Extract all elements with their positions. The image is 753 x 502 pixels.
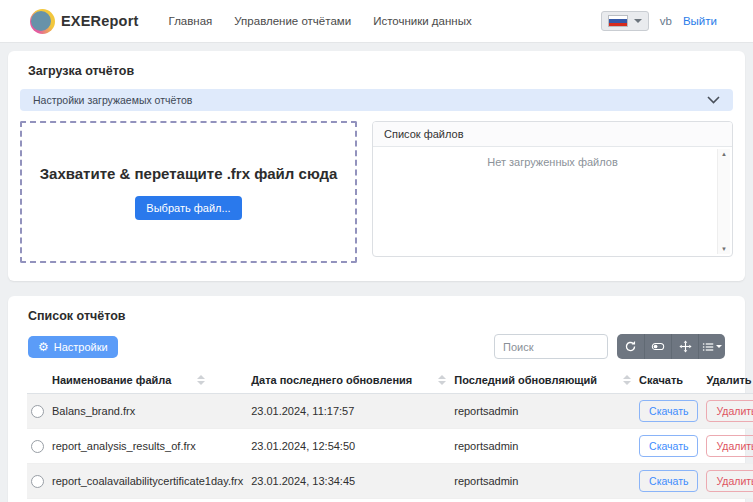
row-updated: 23.01.2024, 13:34:45 xyxy=(247,464,450,499)
row-updated: 23.01.2024, 12:54:50 xyxy=(247,429,450,464)
dropzone-text: Захватите & перетащите .frx файл сюда xyxy=(40,165,338,182)
row-filename: report_coalavailabilitycertificate.frx xyxy=(48,499,247,502)
gear-icon: ⚙ xyxy=(38,341,49,353)
refresh-icon[interactable] xyxy=(617,334,644,359)
reports-table-body: Balans_brand.frx 23.01.2024, 11:17:57 re… xyxy=(27,394,753,502)
table-controls-group xyxy=(617,334,725,359)
row-updated-by: reportsadmin xyxy=(450,464,635,499)
upload-section: Загрузка отчётов Настройки загружаемых о… xyxy=(8,51,745,281)
reports-section: Список отчётов ⚙ Настройки xyxy=(8,296,745,502)
download-button[interactable]: Скачать xyxy=(639,470,698,492)
logout-link[interactable]: Выйти xyxy=(683,15,717,27)
col-download: Скачать xyxy=(635,368,702,394)
frx-dropzone[interactable]: Захватите & перетащите .frx файл сюда Вы… xyxy=(20,121,357,263)
settings-button[interactable]: ⚙ Настройки xyxy=(28,336,118,358)
download-button[interactable]: Скачать xyxy=(639,435,698,457)
chevron-down-icon xyxy=(634,19,642,23)
row-radio[interactable] xyxy=(31,405,44,418)
col-updated[interactable]: Дата последнего обновления xyxy=(247,368,450,394)
main-nav: Главная Управление отчётами Источники да… xyxy=(169,15,472,27)
download-button[interactable]: Скачать xyxy=(639,400,698,422)
chevron-down-icon xyxy=(707,96,720,104)
row-updated-by: reportsadmin xyxy=(450,394,635,429)
file-list-title: Список файлов xyxy=(373,122,732,147)
col-updated-by[interactable]: Последний обновляющий xyxy=(450,368,635,394)
reports-table: Наименование файла Дата последнего обнов… xyxy=(27,368,753,502)
app-logo-icon xyxy=(30,9,55,34)
upload-settings-accordion[interactable]: Настройки загружаемых отчётов xyxy=(20,89,733,111)
reports-section-title: Список отчётов xyxy=(28,309,725,323)
table-row: report_analysis_results_of.frx 23.01.202… xyxy=(27,429,753,464)
toggle-view-icon[interactable] xyxy=(644,334,671,359)
username-label: vb xyxy=(660,15,672,27)
choose-file-button[interactable]: Выбрать файл... xyxy=(135,196,241,220)
row-filename: Balans_brand.frx xyxy=(48,394,247,429)
upload-row: Захватите & перетащите .frx файл сюда Вы… xyxy=(20,121,733,263)
sort-icon xyxy=(623,375,631,385)
row-radio[interactable] xyxy=(31,440,44,453)
table-row: Balans_brand.frx 23.01.2024, 11:17:57 re… xyxy=(27,394,753,429)
brand[interactable]: EXEReport xyxy=(30,9,139,34)
row-radio[interactable] xyxy=(31,475,44,488)
row-updated: 23.01.2024, 11:17:57 xyxy=(247,394,450,429)
file-list-scrollbar[interactable]: ▲ ▼ xyxy=(717,149,730,254)
fullscreen-icon[interactable] xyxy=(671,334,698,359)
row-filename: report_coalavailabilitycertificate1day.f… xyxy=(48,464,247,499)
row-updated: 23.01.2024, 16:49:16 xyxy=(247,499,450,502)
nav-item-report-management[interactable]: Управление отчётами xyxy=(234,15,351,27)
scroll-down-icon[interactable]: ▼ xyxy=(721,246,727,252)
nav-item-data-sources[interactable]: Источники данных xyxy=(373,15,472,27)
brand-name: EXEReport xyxy=(61,13,139,29)
file-list-panel: Список файлов Нет загруженных файлов ▲ ▼ xyxy=(372,121,733,257)
columns-icon[interactable] xyxy=(698,334,725,359)
sort-icon xyxy=(197,375,205,385)
delete-button[interactable]: Удалить xyxy=(706,400,753,422)
delete-button[interactable]: Удалить xyxy=(706,470,753,492)
sort-icon xyxy=(438,375,446,385)
table-row: report_coalavailabilitycertificate1day.f… xyxy=(27,464,753,499)
chevron-down-icon xyxy=(716,345,722,348)
delete-button[interactable]: Удалить xyxy=(706,435,753,457)
settings-button-label: Настройки xyxy=(54,341,108,353)
language-selector[interactable] xyxy=(601,11,649,31)
scroll-up-icon[interactable]: ▲ xyxy=(721,151,727,157)
toolbar-right xyxy=(494,334,725,359)
file-list-empty-text: Нет загруженных файлов xyxy=(373,147,732,168)
row-filename: report_analysis_results_of.frx xyxy=(48,429,247,464)
col-delete: Удалить xyxy=(702,368,753,394)
row-updated-by: reportsadmin xyxy=(450,499,635,502)
russia-flag-icon xyxy=(608,15,628,27)
navbar-right: vb Выйти xyxy=(601,11,717,31)
nav-item-home[interactable]: Главная xyxy=(169,15,213,27)
reports-toolbar: ⚙ Настройки xyxy=(28,334,725,359)
table-row: report_coalavailabilitycertificate.frx 2… xyxy=(27,499,753,502)
radio-column-header xyxy=(27,368,48,394)
row-updated-by: reportsadmin xyxy=(450,429,635,464)
upload-section-title: Загрузка отчётов xyxy=(28,64,725,78)
col-filename[interactable]: Наименование файла xyxy=(48,368,247,394)
search-input[interactable] xyxy=(494,334,608,359)
table-header-row: Наименование файла Дата последнего обнов… xyxy=(27,368,753,394)
file-list-body: Нет загруженных файлов ▲ ▼ xyxy=(373,147,732,256)
navbar: EXEReport Главная Управление отчётами Ис… xyxy=(0,0,753,43)
accordion-label: Настройки загружаемых отчётов xyxy=(33,94,192,106)
